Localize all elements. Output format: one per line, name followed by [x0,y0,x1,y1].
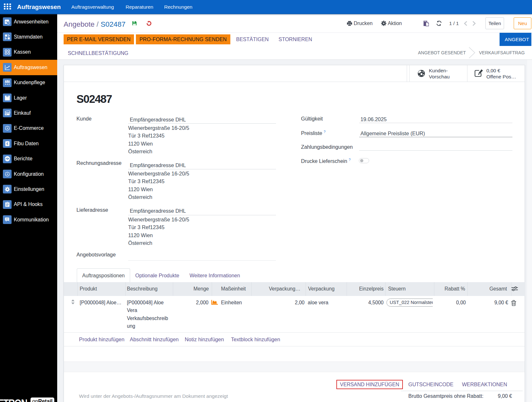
svg-text:€: € [6,142,8,145]
